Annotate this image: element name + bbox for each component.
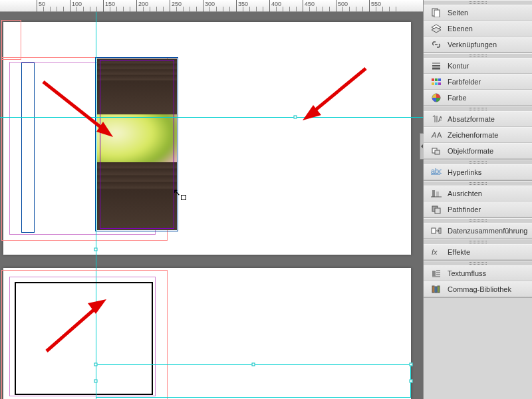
svg-rect-41	[435, 287, 437, 293]
panel-label: Kontur	[448, 62, 528, 70]
panel-label: Objektformate	[448, 147, 528, 155]
bleed-guide	[1, 20, 21, 60]
panel-label: Commag-Bibliothek	[448, 285, 528, 293]
svg-text:A: A	[431, 131, 436, 139]
panel-label: Zeichenformate	[448, 131, 528, 139]
panel-item-pages[interactable]: Seiten	[424, 5, 532, 21]
panel-item-color[interactable]: Farbe	[424, 90, 532, 106]
layers-icon	[430, 23, 442, 34]
panel-label: Absatzformate	[448, 115, 528, 123]
svg-rect-16	[432, 82, 434, 85]
text-frame	[21, 63, 35, 233]
hyperlinks-icon: abc	[430, 167, 442, 178]
panel-item-layers[interactable]: Ebenen	[424, 21, 532, 37]
links-icon	[430, 39, 442, 50]
workspace: 50100150200250300350400450500550	[0, 0, 423, 399]
svg-rect-24	[435, 150, 440, 154]
guide-horizontal[interactable]	[0, 117, 423, 118]
svg-rect-42	[438, 286, 440, 293]
canvas-area[interactable]: ↖	[0, 12, 423, 399]
panel-label: Effekte	[448, 248, 528, 256]
svg-rect-27	[432, 190, 435, 197]
panel-label: Farbe	[448, 94, 528, 102]
guide-handle[interactable]	[94, 248, 98, 251]
obj-styles-icon	[430, 146, 442, 156]
align-icon	[430, 188, 442, 199]
svg-rect-7	[434, 10, 440, 17]
effects-icon: fx	[430, 247, 442, 257]
svg-rect-40	[432, 286, 434, 293]
panel-item-text-wrap[interactable]: Textumfluss	[424, 265, 532, 281]
para-styles-icon: A	[430, 114, 442, 124]
panel-item-obj-styles[interactable]: Objektformate	[424, 143, 532, 159]
selection-frame	[100, 60, 174, 229]
svg-rect-33	[439, 228, 441, 233]
panel-item-stroke[interactable]: Kontur	[424, 58, 532, 74]
svg-rect-28	[436, 192, 439, 197]
panel-label: Hyperlinks	[448, 168, 528, 176]
text-wrap-icon	[430, 268, 442, 279]
pages-icon	[430, 7, 442, 18]
panel-label: Pathfinder	[448, 205, 528, 213]
svg-rect-35	[432, 271, 436, 276]
panel-label: Datenzusammenführung	[448, 227, 528, 235]
panel-item-swatches[interactable]: Farbfelder	[424, 74, 532, 90]
cursor-badge-icon	[181, 195, 186, 200]
color-icon	[430, 92, 442, 103]
char-styles-icon: AA	[430, 130, 442, 140]
svg-rect-13	[432, 78, 434, 81]
swatches-icon	[430, 76, 442, 87]
svg-text:A: A	[438, 115, 442, 123]
panel-item-data-merge[interactable]: Datenzusammenführung	[424, 223, 532, 239]
pathfinder-icon	[430, 204, 442, 215]
svg-text:A: A	[437, 131, 442, 139]
svg-rect-32	[432, 228, 436, 233]
panel-item-char-styles[interactable]: AAZeichenformate	[424, 127, 532, 143]
svg-rect-14	[435, 78, 438, 81]
panel-item-align[interactable]: Ausrichten	[424, 186, 532, 201]
selection-handle[interactable]	[410, 380, 413, 383]
library-icon	[430, 284, 442, 295]
guide-handle[interactable]	[294, 116, 297, 119]
selection-handle[interactable]	[252, 363, 255, 366]
selection-handle[interactable]	[94, 363, 98, 366]
panel-label: Textumfluss	[448, 269, 528, 277]
panel-item-links[interactable]: Verknüpfungen	[424, 37, 532, 53]
panel-label: Seiten	[448, 9, 528, 17]
panel-item-para-styles[interactable]: AAbsatzformate	[424, 111, 532, 127]
svg-rect-15	[438, 78, 441, 81]
data-merge-icon	[430, 225, 442, 236]
panels-dock: SeitenEbenenVerknüpfungenKonturFarbfelde…	[423, 0, 532, 399]
panel-label: Verknüpfungen	[448, 41, 528, 49]
selection-handle[interactable]	[410, 363, 413, 366]
stroke-icon	[430, 61, 442, 71]
panel-expand-grip[interactable]	[420, 133, 424, 160]
panel-label: Ebenen	[448, 25, 528, 33]
panel-item-hyperlinks[interactable]: abcHyperlinks	[424, 164, 532, 180]
svg-rect-18	[438, 82, 441, 85]
panel-label: Ausrichten	[448, 190, 528, 198]
panel-label: Farbfelder	[448, 78, 528, 86]
svg-text:fx: fx	[432, 248, 438, 256]
svg-rect-31	[435, 208, 440, 213]
panel-item-effects[interactable]: fxEffekte	[424, 244, 532, 260]
svg-text:abc: abc	[431, 168, 442, 175]
panel-item-pathfinder[interactable]: Pathfinder	[424, 201, 532, 217]
selected-frame-bottom[interactable]	[96, 364, 411, 398]
selection-handle[interactable]	[94, 380, 98, 383]
panel-item-library[interactable]: Commag-Bibliothek	[424, 281, 532, 297]
horizontal-ruler[interactable]: 50100150200250300350400450500550	[0, 0, 423, 12]
ruler-tick: 50	[37, 0, 45, 12]
svg-rect-17	[435, 82, 438, 85]
